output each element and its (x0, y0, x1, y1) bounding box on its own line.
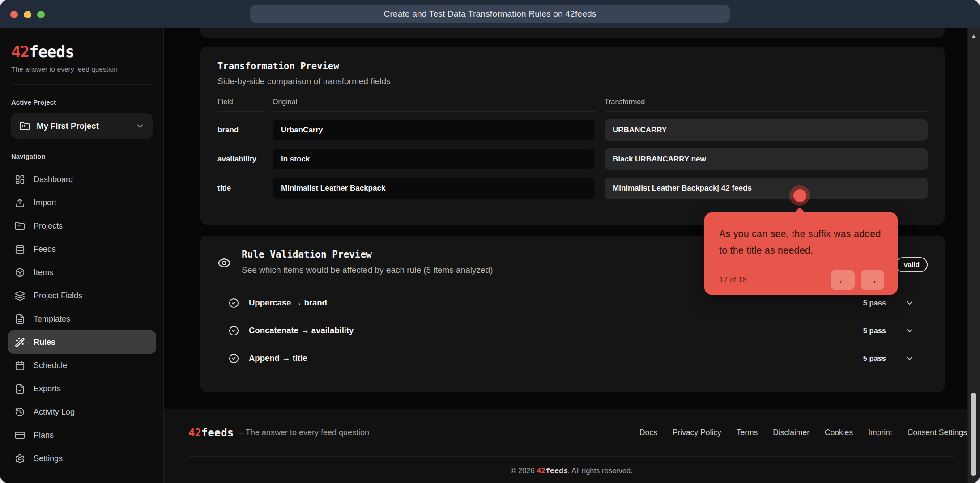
tour-beacon[interactable] (789, 185, 810, 206)
maximize-window-button[interactable] (37, 11, 45, 18)
field-name: brand (217, 119, 264, 141)
transformation-preview-card: Transformation Preview Side-by-side comp… (200, 47, 945, 225)
rule-row-append-title[interactable]: Append → title 5 pass (217, 347, 928, 369)
sidebar-item-rules[interactable]: Rules (8, 330, 156, 354)
sidebar: 42feeds The answer to every feed questio… (0, 28, 164, 483)
transformed-value: Minimalist Leather Backpack| 42 feeds (605, 178, 928, 199)
scroll-up-arrow-icon[interactable]: ▲ (968, 28, 980, 39)
scrollbar-thumb[interactable] (971, 393, 976, 476)
vertical-scrollbar[interactable]: ▲ (967, 28, 980, 483)
footer-links: Docs Privacy Policy Terms Disclaimer Coo… (639, 428, 967, 437)
tour-tooltip: As you can see, the suffix was added to … (704, 212, 898, 295)
column-header-original: Original (273, 98, 596, 112)
footer-link-privacy-policy[interactable]: Privacy Policy (673, 428, 721, 437)
rule-pass-count: 5 pass (863, 326, 886, 335)
check-circle-icon (229, 298, 239, 308)
rule-pass-count: 5 pass (863, 354, 886, 363)
tour-prev-button[interactable]: ← (831, 270, 855, 290)
partial-card-above (200, 28, 945, 38)
close-window-button[interactable] (10, 11, 18, 18)
history-icon (15, 407, 25, 417)
navigation-label: Navigation (11, 153, 153, 160)
active-project-label: Active Project (11, 98, 153, 106)
sidebar-item-project-fields[interactable]: Project Fields (8, 284, 156, 307)
footer-link-terms[interactable]: Terms (737, 428, 758, 437)
sidebar-item-settings[interactable]: Settings (8, 447, 156, 470)
layers-icon (15, 291, 25, 301)
footer-link-consent-settings[interactable]: Consent Settings (908, 428, 967, 437)
folder-icon (19, 121, 30, 131)
copyright: © 2026 42feeds. All rights reserved. (164, 466, 980, 475)
app-logo: 42feeds (11, 43, 153, 61)
transformation-preview-title: Transformation Preview (217, 61, 928, 72)
page-title: Create and Test Data Transformation Rule… (250, 5, 730, 23)
rule-list: Uppercase → brand 5 pass Concatenate → a… (217, 292, 928, 369)
footer-link-cookies[interactable]: Cookies (825, 428, 853, 437)
column-header-field: Field (217, 98, 264, 112)
chevron-down-icon[interactable] (905, 298, 914, 308)
credit-card-icon (15, 430, 25, 441)
rule-pass-count: 5 pass (863, 299, 886, 307)
app-window: Create and Test Data Transformation Rule… (0, 0, 980, 483)
gear-icon (15, 453, 25, 464)
footer: 42feeds – The answer to every feed quest… (164, 409, 980, 483)
sidebar-item-projects[interactable]: Projects (8, 214, 156, 237)
sidebar-item-import[interactable]: Import (8, 191, 156, 214)
sidebar-item-items[interactable]: Items (8, 261, 156, 284)
database-icon (15, 244, 25, 254)
transformed-value: Black URBANCARRY new (605, 148, 928, 170)
file-check-icon (15, 384, 25, 394)
column-header-transformed: Transformed (605, 98, 928, 112)
dashboard-grid-icon (15, 174, 25, 185)
package-icon (15, 267, 25, 278)
footer-link-imprint[interactable]: Imprint (868, 428, 892, 437)
sidebar-item-schedule[interactable]: Schedule (8, 354, 156, 377)
footer-divider (188, 456, 955, 457)
folder-icon (15, 221, 25, 231)
chevron-down-icon (136, 122, 145, 131)
sidebar-item-activity-log[interactable]: Activity Log (8, 400, 156, 424)
sidebar-item-plans[interactable]: Plans (8, 424, 156, 447)
rule-row-concatenate-availability[interactable]: Concatenate → availability 5 pass (217, 320, 928, 341)
sidebar-nav: Dashboard Import Projects Feeds Items (11, 168, 153, 470)
window-controls (10, 11, 45, 18)
project-selector[interactable]: My First Project (11, 113, 153, 139)
check-circle-icon (229, 326, 239, 336)
tour-step-counter: 17 of 18 (719, 275, 746, 284)
original-value: Minimalist Leather Backpack (273, 178, 596, 199)
validation-status-badge: Valid (895, 257, 928, 272)
app-tagline: The answer to every feed question (11, 65, 153, 85)
transformation-preview-subtitle: Side-by-side comparison of transformed f… (217, 76, 928, 86)
sidebar-item-exports[interactable]: Exports (8, 377, 156, 400)
footer-link-docs[interactable]: Docs (639, 428, 657, 437)
eye-icon (217, 256, 231, 270)
transformation-table: Field Original Transformed brand UrbanCa… (217, 98, 928, 199)
chevron-down-icon[interactable] (905, 326, 914, 335)
tour-next-button[interactable]: → (861, 270, 884, 290)
field-name: title (217, 178, 264, 199)
tour-tooltip-text: As you can see, the suffix was added to … (719, 226, 884, 259)
wand-icon (15, 337, 25, 347)
tooltip-pointer (794, 208, 805, 213)
tour-beacon-dot (793, 189, 806, 202)
sidebar-item-feeds[interactable]: Feeds (8, 237, 156, 261)
sidebar-item-dashboard[interactable]: Dashboard (8, 168, 156, 191)
check-circle-icon (229, 353, 239, 364)
footer-logo: 42feeds (188, 427, 234, 439)
transformed-value: URBANCARRY (605, 119, 928, 141)
upload-icon (15, 198, 25, 208)
original-value: in stock (273, 148, 596, 170)
rule-row-uppercase-brand[interactable]: Uppercase → brand 5 pass (217, 292, 928, 314)
calendar-icon (15, 360, 25, 371)
project-selector-value: My First Project (37, 121, 136, 131)
field-name: availability (217, 148, 264, 170)
file-text-icon (15, 314, 25, 324)
sidebar-item-templates[interactable]: Templates (8, 307, 156, 330)
footer-link-disclaimer[interactable]: Disclaimer (773, 428, 810, 437)
original-value: UrbanCarry (273, 119, 596, 141)
chevron-down-icon[interactable] (905, 354, 914, 363)
footer-tagline: – The answer to every feed question (239, 428, 369, 437)
minimize-window-button[interactable] (24, 11, 31, 18)
titlebar: Create and Test Data Transformation Rule… (0, 0, 980, 28)
